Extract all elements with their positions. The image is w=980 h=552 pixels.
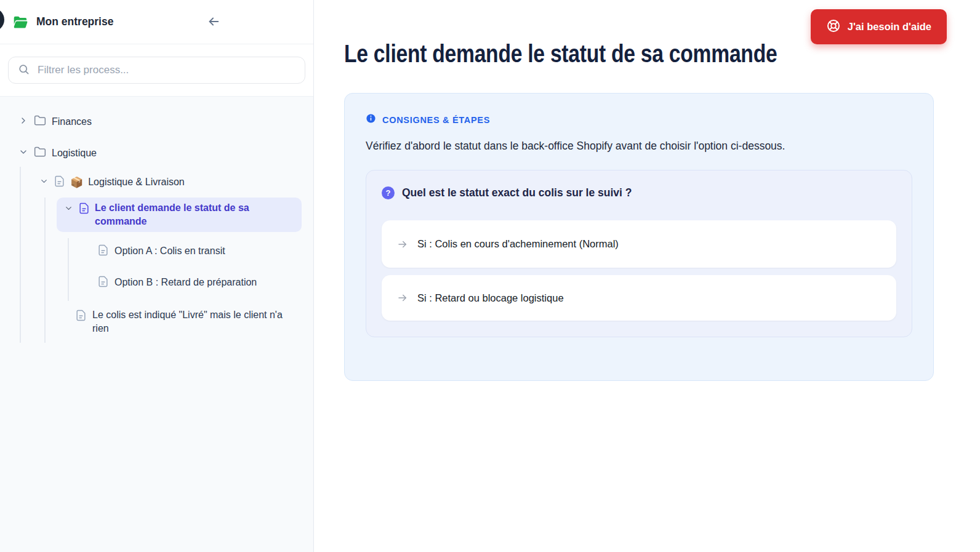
open-folder-icon bbox=[12, 14, 28, 30]
document-icon bbox=[75, 310, 87, 324]
option-label: Si : Retard ou blocage logistique bbox=[417, 292, 564, 304]
sidebar-header: Mon entreprise bbox=[0, 0, 313, 44]
tree-item-finances[interactable]: Finances bbox=[18, 114, 313, 130]
option-card-delay[interactable]: Si : Retard ou blocage logistique bbox=[382, 275, 896, 321]
collapse-sidebar-button[interactable] bbox=[204, 12, 223, 33]
tree-item-option-a[interactable]: Option A : Colis en transit bbox=[97, 243, 313, 259]
search-section bbox=[0, 44, 313, 97]
question-mark-icon bbox=[382, 186, 395, 199]
document-icon bbox=[78, 202, 90, 217]
tree-item-label: Le client demande le statut de sa comman… bbox=[95, 201, 294, 228]
option-card-normal[interactable]: Si : Colis en cours d'acheminement (Norm… bbox=[382, 220, 896, 268]
arrow-right-icon bbox=[397, 292, 408, 303]
tree-group-process: Le client demande le statut de sa comman… bbox=[44, 198, 313, 343]
arrow-left-icon bbox=[207, 15, 220, 30]
tree-group-logistique: 📦 Logistique & Livraison Le client deman… bbox=[20, 167, 313, 343]
question-label: Quel est le statut exact du colis sur le… bbox=[402, 186, 632, 199]
search-icon bbox=[18, 63, 30, 78]
help-button[interactable]: J'ai besoin d'aide bbox=[811, 9, 947, 44]
process-tree: Finances Logistique bbox=[0, 97, 313, 552]
tree-item-selected-process[interactable]: Le client demande le statut de sa comman… bbox=[57, 198, 302, 232]
panel-header: CONSIGNES & ÉTAPES bbox=[366, 113, 912, 126]
document-icon bbox=[97, 276, 109, 290]
question-box: Quel est le statut exact du colis sur le… bbox=[366, 170, 912, 337]
tree-item-label: Option A : Colis en transit bbox=[114, 246, 225, 257]
sidebar: Mon entreprise bbox=[0, 0, 314, 552]
document-icon bbox=[54, 175, 65, 190]
tree-item-logistique[interactable]: Logistique bbox=[18, 145, 313, 161]
option-label: Si : Colis en cours d'acheminement (Norm… bbox=[417, 238, 619, 250]
avatar[interactable] bbox=[0, 8, 4, 31]
search-box[interactable] bbox=[8, 57, 305, 84]
panel-body-text: Vérifiez d'abord le statut dans le back-… bbox=[366, 138, 912, 153]
tree-item-option-b[interactable]: Option B : Retard de préparation bbox=[97, 274, 313, 290]
tree-item-label: Logistique bbox=[52, 148, 97, 159]
package-emoji-icon: 📦 bbox=[70, 177, 83, 188]
tree-item-process[interactable]: 📦 Logistique & Livraison bbox=[39, 174, 313, 190]
help-button-label: J'ai besoin d'aide bbox=[848, 21, 931, 33]
chevron-down-icon bbox=[18, 147, 28, 159]
tree-item-label: Option B : Retard de préparation bbox=[114, 277, 257, 288]
lifebuoy-icon bbox=[826, 18, 841, 36]
tree-item-label: Logistique & Livraison bbox=[88, 177, 185, 188]
chevron-down-icon bbox=[39, 177, 49, 188]
panel-header-label: CONSIGNES & ÉTAPES bbox=[382, 115, 490, 125]
tree-item-label: Finances bbox=[52, 116, 92, 127]
tree-item-label: Le colis est indiqué "Livré" mais le cli… bbox=[92, 308, 295, 335]
arrow-right-icon bbox=[397, 239, 408, 250]
chevron-down-icon bbox=[64, 204, 73, 215]
tree-group-selected: Option A : Colis en transit Option B : R… bbox=[68, 238, 313, 301]
document-icon bbox=[97, 244, 109, 258]
main-content: J'ai besoin d'aide Le client demande le … bbox=[314, 0, 980, 552]
chevron-right-icon bbox=[18, 116, 28, 128]
folder-icon bbox=[34, 146, 46, 161]
folder-icon bbox=[34, 114, 46, 129]
instructions-panel: CONSIGNES & ÉTAPES Vérifiez d'abord le s… bbox=[344, 93, 934, 381]
search-input[interactable] bbox=[36, 63, 295, 77]
workspace-title: Mon entreprise bbox=[36, 15, 113, 28]
question-header: Quel est le statut exact du colis sur le… bbox=[382, 186, 896, 199]
info-icon bbox=[366, 113, 376, 126]
tree-item-delivered[interactable]: Le colis est indiqué "Livré" mais le cli… bbox=[75, 308, 313, 335]
